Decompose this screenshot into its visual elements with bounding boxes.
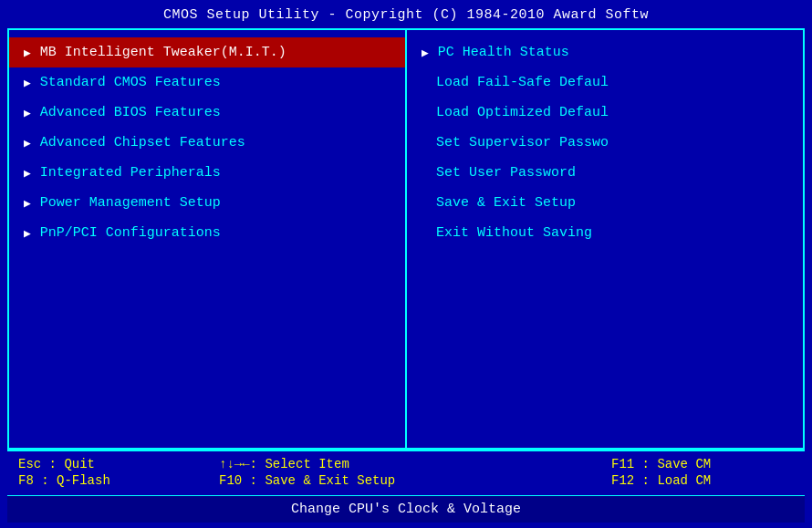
menu-label-mit: MB Intelligent Tweaker(M.I.T.) bbox=[40, 45, 286, 60]
menu-label-optimized: Load Optimized Defaul bbox=[436, 105, 609, 120]
menu-item-exit-nosave[interactable]: Exit Without Saving bbox=[407, 218, 803, 248]
main-content: ▶ MB Intelligent Tweaker(M.I.T.) ▶ Stand… bbox=[7, 28, 805, 450]
menu-item-power[interactable]: ▶ Power Management Setup bbox=[9, 188, 405, 218]
menu-item-integrated[interactable]: ▶ Integrated Peripherals bbox=[9, 158, 405, 188]
menu-item-supervisor[interactable]: Set Supervisor Passwo bbox=[407, 128, 803, 158]
arrow-icon-pc-health: ▶ bbox=[422, 46, 429, 60]
menu-label-pc-health: PC Health Status bbox=[438, 45, 569, 60]
title-text: CMOS Setup Utility - Copyright (C) 1984-… bbox=[163, 7, 649, 23]
status-middle: ↑↓→←: Select Item F10 : Save & Exit Setu… bbox=[219, 457, 611, 490]
menu-item-standard[interactable]: ▶ Standard CMOS Features bbox=[9, 67, 405, 98]
menu-label-supervisor: Set Supervisor Passwo bbox=[436, 135, 609, 150]
menu-item-fail-safe[interactable]: Load Fail-Safe Defaul bbox=[407, 67, 803, 98]
menu-item-mit[interactable]: ▶ MB Intelligent Tweaker(M.I.T.) bbox=[9, 37, 405, 67]
footer: Change CPU's Clock & Voltage bbox=[7, 495, 805, 523]
arrow-icon-power: ▶ bbox=[24, 196, 31, 211]
arrow-icon-pnp: ▶ bbox=[24, 226, 31, 241]
menu-label-fail-safe: Load Fail-Safe Defaul bbox=[436, 75, 609, 90]
arrow-icon-integrated: ▶ bbox=[24, 166, 31, 181]
select-item: ↑↓→←: Select Item bbox=[219, 457, 611, 471]
arrow-icon-advanced-bios: ▶ bbox=[24, 106, 31, 120]
f8-qflash: F8 : Q-Flash bbox=[18, 473, 219, 488]
f11-save: F11 : Save CM bbox=[611, 457, 794, 471]
f12-load: F12 : Load CM bbox=[611, 473, 794, 488]
status-right: F11 : Save CM F12 : Load CM bbox=[611, 457, 794, 490]
arrow-icon-mit: ▶ bbox=[24, 46, 31, 60]
menu-item-pnp[interactable]: ▶ PnP/PCI Configurations bbox=[9, 218, 405, 248]
arrow-icon-advanced-chipset: ▶ bbox=[24, 136, 31, 150]
menu-label-user-password: Set User Password bbox=[436, 165, 576, 181]
menu-label-advanced-bios: Advanced BIOS Features bbox=[40, 105, 221, 120]
menu-item-advanced-bios[interactable]: ▶ Advanced BIOS Features bbox=[9, 98, 405, 128]
menu-label-save-exit: Save & Exit Setup bbox=[436, 195, 576, 211]
menu-label-power: Power Management Setup bbox=[40, 195, 221, 211]
menu-label-pnp: PnP/PCI Configurations bbox=[40, 225, 221, 241]
right-panel: ▶ PC Health Status Load Fail-Safe Defaul… bbox=[407, 30, 803, 448]
footer-text: Change CPU's Clock & Voltage bbox=[291, 502, 521, 517]
bios-screen: CMOS Setup Utility - Copyright (C) 1984-… bbox=[0, 0, 812, 528]
menu-label-standard: Standard CMOS Features bbox=[40, 75, 221, 90]
menu-label-exit-nosave: Exit Without Saving bbox=[436, 225, 592, 241]
status-left: Esc : Quit F8 : Q-Flash bbox=[18, 457, 219, 490]
status-bar: Esc : Quit F8 : Q-Flash ↑↓→←: Select Ite… bbox=[7, 450, 805, 495]
arrow-icon-standard: ▶ bbox=[24, 76, 31, 90]
menu-item-save-exit[interactable]: Save & Exit Setup bbox=[407, 188, 803, 218]
menu-item-pc-health[interactable]: ▶ PC Health Status bbox=[407, 37, 803, 67]
f10-save-exit: F10 : Save & Exit Setup bbox=[219, 473, 611, 488]
left-panel: ▶ MB Intelligent Tweaker(M.I.T.) ▶ Stand… bbox=[9, 30, 407, 448]
menu-item-optimized[interactable]: Load Optimized Defaul bbox=[407, 98, 803, 128]
menu-item-user-password[interactable]: Set User Password bbox=[407, 158, 803, 188]
menu-label-advanced-chipset: Advanced Chipset Features bbox=[40, 135, 245, 150]
menu-item-advanced-chipset[interactable]: ▶ Advanced Chipset Features bbox=[9, 128, 405, 158]
title-bar: CMOS Setup Utility - Copyright (C) 1984-… bbox=[0, 0, 812, 28]
menu-label-integrated: Integrated Peripherals bbox=[40, 165, 221, 181]
esc-quit: Esc : Quit bbox=[18, 457, 219, 471]
